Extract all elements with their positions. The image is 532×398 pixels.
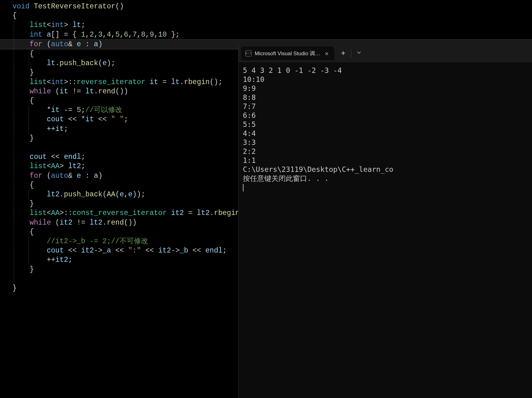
terminal-cursor <box>243 184 243 191</box>
terminal-tab-title: Microsoft Visual Studio 调试控 <box>255 50 321 57</box>
new-tab-button[interactable]: + <box>335 49 351 58</box>
output-line: 5 4 3 2 1 0 -1 -2 -3 -4 <box>243 66 528 75</box>
terminal-output[interactable]: 5 4 3 2 1 0 -1 -2 -3 -4 10:10 9:9 8:8 7:… <box>239 62 532 196</box>
code-line: int a[] = { 1,2,3,4,5,6,7,8,9,10 }; <box>0 30 532 39</box>
output-line: 5:5 <box>243 120 528 129</box>
code-line: { <box>0 11 532 20</box>
terminal-tab[interactable]: C:\ Microsoft Visual Studio 调试控 ✕ <box>241 47 334 60</box>
output-line: 2:2 <box>243 147 528 156</box>
output-line: 6:6 <box>243 111 528 120</box>
output-line: C:\Users\23119\Desktop\C++_learn_co <box>243 165 528 174</box>
chevron-down-icon <box>357 51 361 55</box>
output-line: 10:10 <box>243 75 528 84</box>
tab-dropdown-button[interactable] <box>352 51 366 56</box>
terminal-icon: C:\ <box>245 50 252 56</box>
output-line: 7:7 <box>243 102 528 111</box>
terminal-tabbar: C:\ Microsoft Visual Studio 调试控 ✕ + <box>239 44 532 62</box>
output-line: 3:3 <box>243 138 528 147</box>
output-line: 9:9 <box>243 84 528 93</box>
output-line: 4:4 <box>243 129 528 138</box>
terminal-window: C:\ Microsoft Visual Studio 调试控 ✕ + 5 4 … <box>238 44 532 398</box>
code-line: list<int> lt; <box>0 20 532 30</box>
output-cursor-line <box>243 183 528 192</box>
output-line: 1:1 <box>243 156 528 165</box>
output-line: 按任意键关闭此窗口. . . <box>243 174 528 183</box>
code-line: void TestReverseIterator() <box>0 2 532 11</box>
close-icon[interactable]: ✕ <box>324 50 330 57</box>
output-line: 8:8 <box>243 93 528 102</box>
